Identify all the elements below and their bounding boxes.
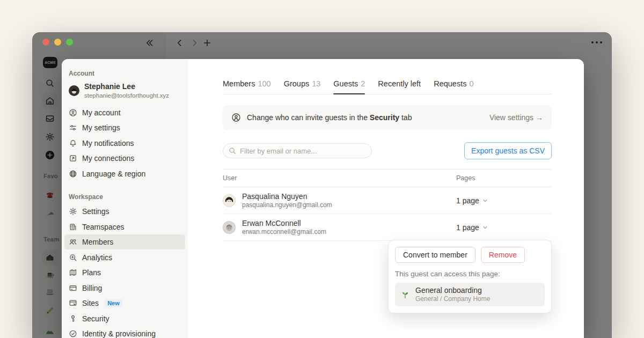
map-icon	[69, 268, 77, 277]
guest-name: Pasqualina Nguyen	[242, 192, 332, 201]
people-icon	[69, 238, 77, 246]
person-circle-icon	[231, 113, 241, 122]
nav-sites[interactable]: Sites New	[64, 296, 185, 311]
key-icon	[69, 314, 77, 323]
workspace-nav: Settings Teamspaces Members Analytics Pl…	[62, 204, 188, 338]
nav-analytics[interactable]: Analytics	[64, 249, 185, 265]
tab-count: 100	[258, 79, 270, 88]
nav-label: Billing	[82, 284, 102, 292]
list-controls: Export guests as CSV	[223, 142, 552, 159]
new-badge: New	[105, 299, 122, 307]
accessible-page-item[interactable]: General onboarding General / Company Hom…	[395, 283, 545, 306]
page-title: General onboarding	[415, 285, 490, 295]
tab-count: 2	[361, 79, 365, 88]
remove-guest-button[interactable]: Remove	[481, 247, 525, 263]
search-icon	[229, 147, 236, 155]
gear-icon	[69, 207, 77, 216]
tab-count: 0	[469, 79, 473, 88]
magnifier-plus-icon	[69, 253, 77, 262]
guest-user-cell: Erwan McConnell erwan.mcconnell@gmail.co…	[223, 218, 456, 237]
guest-avatar	[223, 221, 236, 234]
nav-billing[interactable]: Billing	[64, 280, 185, 296]
nav-label: Sites	[82, 299, 99, 307]
nav-identity-provisioning[interactable]: Identity & provisioning	[64, 326, 185, 338]
chevron-down-icon	[482, 198, 488, 203]
tab-label: Groups	[284, 79, 310, 88]
workspace-section-label: Workspace	[62, 193, 188, 201]
nav-language-region[interactable]: Language & region	[64, 166, 185, 181]
filter-input[interactable]	[240, 147, 366, 155]
guest-avatar	[223, 194, 236, 207]
tab-bar: Members100 Groups13 Guests2 Recently lef…	[223, 59, 552, 94]
circle-check-icon	[69, 329, 77, 338]
guest-user-cell: Pasqualina Nguyen pasqualina.nguyen@gmai…	[223, 192, 456, 210]
tab-label: Recently left	[378, 79, 421, 88]
filter-search[interactable]	[223, 143, 372, 158]
minimize-button[interactable]	[54, 39, 61, 46]
sprout-icon	[400, 290, 410, 299]
nav-plans[interactable]: Plans	[64, 265, 185, 281]
nav-my-settings[interactable]: My settings	[64, 120, 185, 136]
nav-label: Language & region	[82, 170, 145, 178]
nav-my-connections[interactable]: My connections	[64, 151, 185, 166]
nav-teamspaces[interactable]: Teamspaces	[64, 219, 185, 234]
settings-sidebar: Account Stephanie Lee stephanie@toolsfor…	[62, 59, 188, 338]
column-pages: Pages	[456, 174, 552, 182]
pages-dropdown[interactable]: 1 page	[456, 196, 552, 205]
nav-label: My account	[82, 108, 121, 117]
window-controls	[42, 39, 73, 46]
guest-row: Erwan McConnell erwan.mcconnell@gmail.co…	[223, 214, 552, 241]
browser-cursor-icon	[69, 299, 77, 307]
nav-label: Members	[82, 238, 113, 246]
convert-to-member-button[interactable]: Convert to member	[395, 247, 475, 263]
column-user: User	[223, 174, 456, 182]
account-section-label: Account	[62, 70, 188, 77]
credit-card-icon	[69, 284, 77, 292]
account-user-row[interactable]: Stephanie Lee stephanie@toolsforthought.…	[62, 82, 188, 99]
table-header: User Pages	[223, 169, 552, 187]
nav-label: Settings	[82, 207, 109, 216]
chevron-down-icon	[482, 225, 488, 230]
tab-label: Requests	[434, 79, 466, 88]
guest-actions-popup: Convert to member Remove This guest can …	[388, 240, 552, 313]
nav-label: Security	[82, 314, 109, 323]
tab-guests[interactable]: Guests2	[333, 79, 365, 94]
nav-settings[interactable]: Settings	[64, 204, 185, 219]
nav-security[interactable]: Security	[64, 311, 185, 326]
tab-members[interactable]: Members100	[223, 79, 271, 94]
bell-icon	[69, 139, 77, 148]
guest-email: erwan.mcconnell@gmail.com	[242, 228, 326, 237]
tab-groups[interactable]: Groups13	[284, 79, 321, 94]
user-name: Stephanie Lee	[84, 82, 169, 92]
pages-count: 1 page	[456, 196, 479, 205]
nav-my-account[interactable]: My account	[64, 105, 185, 120]
nav-label: Teamspaces	[82, 223, 125, 231]
guest-row: Pasqualina Nguyen pasqualina.nguyen@gmai…	[223, 187, 552, 214]
settings-modal: Account Stephanie Lee stephanie@toolsfor…	[62, 59, 584, 338]
view-settings-link[interactable]: View settings →	[489, 113, 543, 122]
nav-label: Plans	[82, 268, 101, 277]
tab-requests[interactable]: Requests0	[434, 79, 473, 94]
nav-label: My notifications	[82, 139, 134, 148]
tab-recently-left[interactable]: Recently left	[378, 79, 421, 94]
pages-dropdown[interactable]: 1 page	[456, 223, 552, 232]
guest-email: pasqualina.nguyen@gmail.com	[242, 201, 332, 210]
guest-name: Erwan McConnell	[242, 218, 326, 228]
building-icon	[69, 223, 77, 231]
popup-caption: This guest can access this page:	[395, 270, 545, 278]
page-breadcrumb: General / Company Home	[415, 295, 490, 304]
export-csv-button[interactable]: Export guests as CSV	[464, 142, 552, 159]
nav-my-notifications[interactable]: My notifications	[64, 135, 185, 151]
nav-label: My settings	[82, 123, 120, 132]
account-nav: My account My settings My notifications …	[62, 105, 188, 181]
invite-settings-banner: Change who can invite guests in the Secu…	[223, 105, 552, 130]
close-button[interactable]	[42, 39, 49, 46]
nav-label: Identity & provisioning	[82, 329, 156, 338]
nav-label: Analytics	[82, 253, 112, 262]
nav-members[interactable]: Members	[64, 234, 185, 250]
fullscreen-button[interactable]	[66, 39, 73, 46]
app-window: ACME Favo Team Account	[32, 32, 612, 338]
tab-label: Members	[223, 79, 255, 88]
popup-buttons: Convert to member Remove	[395, 247, 545, 263]
person-circle-icon	[69, 108, 77, 117]
